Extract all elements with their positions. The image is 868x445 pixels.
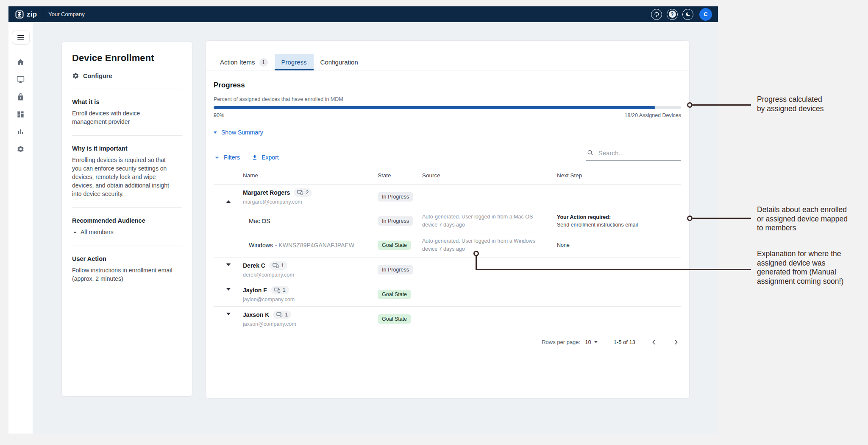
column-header-next-step: Next Step	[557, 172, 681, 179]
search-icon	[587, 149, 594, 157]
annotation-device-details: Details about each enrolled or assigned …	[757, 205, 848, 233]
export-button[interactable]: Export	[251, 154, 278, 161]
search-box	[586, 149, 681, 161]
screenshot-stage: zip Your Company ? C	[0, 0, 868, 445]
sync-icon	[654, 11, 660, 17]
zip-logo: zip	[15, 10, 37, 19]
menu-toggle-button[interactable]	[12, 31, 30, 45]
state-badge: In Progress	[378, 265, 413, 274]
column-header-source: Source	[422, 172, 557, 179]
download-icon	[251, 154, 258, 161]
previous-page-button[interactable]	[650, 338, 658, 346]
tab-action-items[interactable]: Action Items 1	[213, 54, 275, 70]
home-icon	[17, 58, 25, 66]
divider	[72, 89, 182, 89]
sync-button[interactable]	[651, 9, 662, 20]
chevron-down-icon	[226, 288, 231, 298]
device-count: 1	[283, 287, 286, 293]
rows-per-page-select[interactable]: 10	[585, 339, 597, 345]
progress-panel: Action Items 1 Progress Configuration Pr…	[206, 40, 690, 399]
chevron-right-icon	[672, 338, 680, 346]
help-icon: ?	[669, 11, 676, 18]
expand-row-button[interactable]	[214, 315, 243, 323]
tab-progress[interactable]: Progress	[275, 54, 314, 70]
devices-icon	[273, 263, 279, 268]
annotation-connector-line	[476, 256, 477, 270]
search-input[interactable]	[598, 149, 681, 157]
logo-text: zip	[27, 10, 37, 19]
sidebar-item-settings[interactable]	[17, 145, 25, 153]
table-row-device: Windows- KWNSZ89P4GANAFJPAEW Goal State …	[214, 233, 681, 257]
audience-heading: Recommended Audience	[72, 217, 182, 224]
devices-icon	[276, 312, 283, 317]
audience-list: All members	[72, 228, 182, 236]
company-name: Your Company	[48, 11, 85, 17]
device-name: Windows	[249, 242, 273, 249]
member-name: Jaylon F	[243, 287, 267, 294]
chevron-down-icon	[214, 132, 217, 134]
sidebar-item-home[interactable]	[17, 58, 25, 66]
annotation-connector-dot	[687, 102, 693, 108]
help-button[interactable]: ?	[667, 9, 678, 20]
filters-button[interactable]: Filters	[214, 154, 240, 161]
device-count: 1	[281, 263, 284, 269]
left-rail	[8, 22, 33, 434]
what-heading: What it is	[72, 98, 182, 105]
state-badge: In Progress	[378, 216, 413, 226]
sidebar-item-devices[interactable]	[17, 76, 25, 84]
progress-bar	[214, 106, 681, 109]
configure-button[interactable]: Configure	[72, 72, 182, 79]
next-step-text: None	[557, 242, 681, 248]
sidebar-item-dashboard[interactable]	[17, 110, 25, 118]
top-navbar: zip Your Company ? C	[8, 6, 718, 22]
navbar-actions: ? C	[651, 8, 712, 21]
next-page-button[interactable]	[672, 338, 680, 346]
collapse-row-button[interactable]	[214, 193, 243, 201]
member-email: margaret@company.com	[243, 199, 378, 205]
chevron-down-icon	[226, 263, 231, 273]
sidebar-item-reports[interactable]	[17, 128, 25, 136]
progress-subtitle: Percent of assigned devices that have en…	[214, 96, 681, 102]
filters-label: Filters	[224, 154, 240, 161]
zip-logo-icon	[15, 10, 24, 19]
monitor-icon	[17, 76, 25, 84]
gear-icon	[17, 145, 25, 153]
device-name: Mac OS	[249, 218, 270, 224]
page-title: Device Enrollment	[72, 53, 182, 64]
show-summary-toggle[interactable]: Show Summary	[214, 129, 263, 136]
table-toolbar: Filters Export	[214, 149, 681, 161]
device-source: Auto-generated. User logged in from a Ma…	[422, 213, 557, 229]
member-email: jaylon@company.com	[243, 297, 378, 302]
tab-configuration-label: Configuration	[320, 59, 358, 66]
devices-icon	[297, 190, 303, 195]
member-name: Margaret Rogers	[243, 189, 290, 196]
member-email: jaxson@company.com	[243, 321, 378, 327]
app-window: zip Your Company ? C	[8, 6, 718, 434]
devices-icon	[274, 288, 281, 293]
table-row-member: Jaylon F 1 jaylon@company.com Goal State	[214, 282, 681, 307]
tab-configuration[interactable]: Configuration	[314, 54, 365, 70]
chevron-down-icon	[594, 341, 598, 343]
table-row-member: Margaret Rogers 2 margaret@company.com I…	[214, 185, 681, 209]
export-label: Export	[262, 154, 278, 161]
action-items-count-badge: 1	[259, 58, 268, 67]
chevron-down-icon	[226, 313, 231, 322]
why-heading: Why is it important	[72, 145, 182, 152]
expand-row-button[interactable]	[214, 266, 243, 274]
annotation-progress: Progress calculated by assigned devices	[757, 95, 824, 113]
expand-row-button[interactable]	[214, 291, 243, 298]
divider	[72, 246, 182, 246]
table-row-member: Jaxson K 1 jaxson@company.com Goal State	[214, 307, 681, 331]
user-action-heading: User Action	[72, 255, 182, 262]
state-badge: Goal State	[378, 290, 411, 299]
dark-mode-button[interactable]	[682, 9, 693, 20]
user-avatar[interactable]: C	[699, 8, 712, 21]
audience-item: All members	[81, 228, 182, 236]
progress-fill	[214, 106, 655, 109]
table-pagination: Rows per page: 10 1-5 of 13	[214, 338, 681, 346]
device-count-badge: 1	[269, 261, 287, 270]
sidebar-item-security[interactable]	[17, 93, 25, 101]
member-email: derek@company.com	[243, 272, 378, 278]
chevron-up-icon	[226, 193, 231, 203]
annotation-connector-dot	[473, 251, 479, 256]
